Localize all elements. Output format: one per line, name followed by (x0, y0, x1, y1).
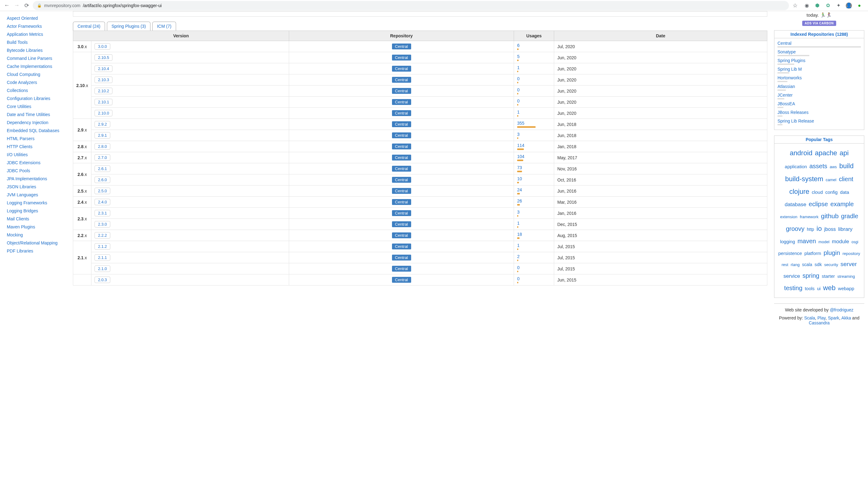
indexed-repo-link[interactable]: Sonatype (777, 49, 796, 54)
version-link[interactable]: 2.9.1 (95, 132, 110, 139)
repo-badge[interactable]: Central (392, 255, 411, 261)
address-bar[interactable]: 🔒 mvnrepository.com/artifact/io.springfo… (33, 1, 789, 10)
repo-badge[interactable]: Central (392, 277, 411, 283)
usages-link[interactable]: 10 (517, 176, 522, 181)
sidebar-item[interactable]: Actor Frameworks (4, 22, 66, 30)
repo-badge[interactable]: Central (392, 232, 411, 238)
tag-link[interactable]: build-system (785, 175, 823, 183)
usages-link[interactable]: 104 (517, 154, 524, 159)
sidebar-item[interactable]: Cache Implementations (4, 63, 66, 70)
repo-badge[interactable]: Central (392, 199, 411, 205)
tag-link[interactable]: cloud (812, 190, 823, 195)
tag-link[interactable]: server (841, 261, 857, 267)
repo-badge[interactable]: Central (392, 44, 411, 49)
tag-link[interactable]: service (783, 273, 800, 279)
sidebar-item[interactable]: Logging Frameworks (4, 199, 66, 207)
tag-link[interactable]: api (840, 149, 848, 157)
tag-link[interactable]: model (819, 240, 829, 244)
sidebar-item[interactable]: I/O Utilities (4, 151, 66, 159)
version-link[interactable]: 2.0.3 (95, 276, 110, 283)
tag-link[interactable]: android (790, 149, 813, 157)
usages-link[interactable]: 2 (517, 254, 520, 259)
tag-link[interactable]: application (785, 164, 807, 169)
sidebar-item[interactable]: Maven Plugins (4, 223, 66, 231)
version-link[interactable]: 2.10.3 (95, 77, 113, 83)
usages-link[interactable]: 355 (517, 121, 524, 126)
version-link[interactable]: 2.6.1 (95, 166, 110, 172)
version-link[interactable]: 2.9.2 (95, 121, 110, 127)
sidebar-item[interactable]: HTML Parsers (4, 134, 66, 143)
repo-badge[interactable]: Central (392, 155, 411, 161)
indexed-repo-link[interactable]: Spring Lib M (777, 67, 802, 72)
usages-link[interactable]: 73 (517, 165, 522, 170)
repo-badge[interactable]: Central (392, 110, 411, 116)
footer-tech-link[interactable]: Cassandra (809, 320, 830, 325)
indexed-repo-link[interactable]: Central (777, 41, 791, 46)
version-link[interactable]: 2.6.0 (95, 176, 110, 183)
repo-badge[interactable]: Central (392, 121, 411, 127)
repo-tab-label[interactable]: Spring Plugins (3) (112, 24, 146, 29)
usages-link[interactable]: 3 (517, 132, 520, 137)
sidebar-item[interactable]: Application Metrics (4, 30, 66, 38)
version-link[interactable]: 2.2.2 (95, 232, 110, 239)
sidebar-item[interactable]: Object/Relational Mapping (4, 239, 66, 247)
indexed-repo-link[interactable]: JBoss Releases (777, 110, 808, 115)
tag-link[interactable]: security (824, 262, 838, 267)
sidebar-item[interactable]: Configuration Libraries (4, 95, 66, 102)
tag-link[interactable]: framework (800, 215, 819, 219)
sidebar-item[interactable]: JPA Implementations (4, 175, 66, 183)
forward-button[interactable]: → (13, 2, 20, 9)
version-link[interactable]: 2.3.0 (95, 221, 110, 227)
sidebar-item[interactable]: Mail Clients (4, 215, 66, 223)
repo-badge[interactable]: Central (392, 144, 411, 149)
sidebar-item[interactable]: Command Line Parsers (4, 54, 66, 63)
tag-link[interactable]: rest (781, 262, 788, 267)
tag-link[interactable]: spring (802, 272, 819, 279)
tag-link[interactable]: plugin (823, 249, 840, 256)
tag-link[interactable]: ui (817, 286, 821, 291)
version-link[interactable]: 2.10.0 (95, 110, 113, 116)
tag-link[interactable]: rlang (791, 262, 800, 267)
usages-link[interactable]: 26 (517, 198, 522, 203)
sidebar-item[interactable]: Dependency Injection (4, 119, 66, 127)
repo-badge[interactable]: Central (392, 99, 411, 105)
tag-link[interactable]: sdk (815, 262, 822, 267)
tag-link[interactable]: jboss (824, 226, 836, 232)
sidebar-item[interactable]: JDBC Pools (4, 167, 66, 175)
tag-link[interactable]: assets (809, 163, 827, 169)
sidebar-item[interactable]: Logging Bridges (4, 207, 66, 215)
extension-icon[interactable]: ◉ (804, 2, 810, 9)
version-link[interactable]: 2.8.0 (95, 143, 110, 150)
usages-link[interactable]: 18 (517, 232, 522, 237)
version-link[interactable]: 3.0.0 (95, 43, 110, 50)
version-link[interactable]: 2.7.0 (95, 154, 110, 161)
reload-button[interactable]: ⟳ (23, 2, 30, 9)
repo-badge[interactable]: Central (392, 55, 411, 60)
indexed-repo-link[interactable]: JBossEA (777, 101, 795, 106)
back-button[interactable]: ← (3, 2, 10, 9)
tag-link[interactable]: module (832, 239, 849, 244)
tag-link[interactable]: extension (780, 215, 798, 219)
tag-link[interactable]: repository (842, 251, 860, 256)
tag-link[interactable]: eclipse (809, 201, 828, 207)
repo-badge[interactable]: Central (392, 77, 411, 83)
tag-link[interactable]: logging (780, 239, 795, 244)
version-link[interactable]: 2.4.0 (95, 199, 110, 205)
usages-link[interactable]: 0 (517, 76, 520, 81)
carbon-ad[interactable]: today. 🏃‍♂️🏃‍♀️ ADS VIA CARBON (774, 13, 864, 26)
puzzle-icon[interactable]: ✦ (835, 2, 841, 9)
tag-link[interactable]: scala (802, 262, 813, 267)
repo-badge[interactable]: Central (392, 221, 411, 227)
indexed-repo-link[interactable]: Atlassian (777, 84, 795, 89)
extension-icon[interactable]: ⬢ (814, 2, 820, 9)
tag-link[interactable]: web (823, 284, 836, 292)
indexed-repo-link[interactable]: Spring Lib Release (777, 119, 814, 123)
usages-link[interactable]: 1 (517, 65, 520, 70)
sidebar-item[interactable]: Aspect Oriented (4, 14, 66, 22)
tag-link[interactable]: testing (784, 285, 802, 291)
repo-badge[interactable]: Central (392, 166, 411, 172)
profile-icon[interactable]: 👤 (846, 2, 852, 9)
tag-link[interactable]: platform (804, 251, 821, 256)
indexed-repo-link[interactable]: JCenter (777, 93, 793, 98)
indexed-repo-link[interactable]: Hortonworks (777, 75, 802, 80)
